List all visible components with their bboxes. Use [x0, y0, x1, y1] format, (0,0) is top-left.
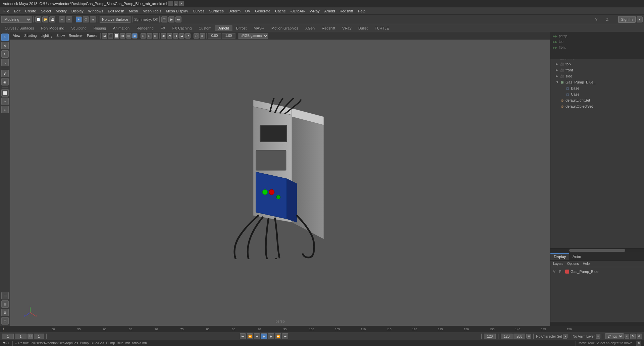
outliner-item-side[interactable]: ▶ 🎥 side — [550, 73, 644, 79]
no-live-surface-btn[interactable]: No Live Surface — [100, 16, 130, 23]
gamma-selector[interactable]: sRGB gamma — [238, 33, 268, 39]
vt-view[interactable]: View — [11, 34, 22, 38]
prev-key-btn[interactable]: ⏪ — [247, 333, 253, 339]
value2-input[interactable] — [222, 33, 235, 39]
layout-btn3[interactable]: ⊠ — [1, 309, 9, 316]
tab-redshift[interactable]: Redshift — [318, 25, 338, 31]
mode-selector[interactable]: Modeling — [1, 16, 32, 23]
paint-btn[interactable]: ◈ — [90, 16, 96, 22]
range-end-input[interactable] — [514, 334, 525, 339]
outliner-item-light-set[interactable]: ⊙ defaultLightSet — [550, 97, 644, 103]
go-start-btn[interactable]: ⏮ — [240, 333, 246, 339]
menu-modify[interactable]: Modify — [54, 8, 68, 14]
tab-rigging[interactable]: Rigging — [90, 25, 109, 31]
vt-icon16[interactable]: ◈ — [200, 33, 205, 39]
render-seq-btn[interactable]: ⏭ — [175, 16, 181, 22]
vt-icon14[interactable]: ◔ — [185, 33, 191, 39]
minimize-button[interactable]: ─ — [168, 1, 173, 6]
current-frame-input[interactable] — [15, 334, 26, 339]
menu-create[interactable]: Create — [23, 8, 38, 14]
tab-fx[interactable]: FX — [157, 25, 169, 31]
multi-cut-btn[interactable]: ✂ — [1, 98, 9, 105]
outliner-item-obj-set[interactable]: ⊙ defaultObjectSet — [550, 103, 644, 109]
tab-sculpting[interactable]: Sculpting — [68, 25, 90, 31]
sign-in-btn[interactable]: Sign In — [618, 16, 636, 23]
tab-poly-modeling[interactable]: Poly Modeling — [38, 25, 67, 31]
tab-arnold[interactable]: Arnold — [215, 25, 232, 31]
outliner-item-front[interactable]: ▶ 🎥 front — [550, 67, 644, 73]
char-dropdown[interactable]: ▼ — [563, 334, 568, 339]
tab-animation[interactable]: Animation — [110, 25, 133, 31]
options-menu[interactable]: Options — [566, 262, 580, 266]
sign-in-arrow[interactable]: ▼ — [637, 16, 643, 22]
paint-select-btn[interactable]: 🖌 — [1, 70, 9, 77]
next-key-btn[interactable]: ⏩ — [275, 333, 281, 339]
layout-btn1[interactable]: ⊞ — [1, 292, 9, 299]
checkbox-icon[interactable]: ☐ — [28, 334, 33, 339]
menu-edit-mesh[interactable]: Edit Mesh — [106, 8, 126, 14]
vt-renderer[interactable]: Renderer — [67, 34, 85, 38]
playback-start-input[interactable] — [34, 334, 44, 339]
vt-show[interactable]: Show — [55, 34, 66, 38]
tab-display[interactable]: Display — [550, 253, 569, 260]
menu-select[interactable]: Select — [39, 8, 53, 14]
close-button[interactable]: ✕ — [179, 1, 184, 6]
menu-3dto[interactable]: -3DtoAll- — [288, 8, 307, 14]
move-btn[interactable]: ✥ — [1, 42, 9, 49]
fps-selector[interactable]: 24 fps — [605, 333, 624, 339]
outliner-hscroll[interactable] — [550, 248, 644, 252]
menu-file[interactable]: File — [1, 8, 11, 14]
menu-arnold[interactable]: Arnold — [322, 8, 337, 14]
select-btn[interactable]: ↖ — [1, 34, 9, 41]
value1-input[interactable] — [208, 33, 221, 39]
range-icon[interactable]: ⊞ — [526, 334, 531, 339]
outliner-item-case[interactable]: ◻ Case — [550, 91, 644, 97]
menu-curves[interactable]: Curves — [191, 8, 207, 14]
vt-icon9[interactable]: ⊠ — [153, 33, 158, 39]
anim-extra-btn[interactable]: ⊕ — [637, 334, 642, 339]
viewport[interactable]: View Shading Lighting Show Renderer Pane… — [10, 32, 550, 326]
vt-icon8[interactable]: ⊟ — [147, 33, 152, 39]
tab-mash[interactable]: MASH — [250, 25, 268, 31]
playback-end-input[interactable] — [484, 334, 496, 339]
rotate-btn[interactable]: ↻ — [1, 50, 9, 58]
tab-bifrost[interactable]: Bifrost — [233, 25, 250, 31]
tab-xgen[interactable]: XGen — [302, 25, 318, 31]
vt-icon6[interactable]: ◉ — [132, 33, 138, 39]
menu-mesh[interactable]: Mesh — [127, 8, 140, 14]
vt-icon15[interactable]: ⬡ — [194, 33, 199, 39]
tab-anim[interactable]: Anim — [569, 253, 584, 260]
redo-btn[interactable]: ↪ — [66, 16, 72, 22]
scale-btn[interactable]: ⤡ — [1, 59, 9, 66]
menu-edit[interactable]: Edit — [12, 8, 22, 14]
new-scene-btn[interactable]: 📄 — [35, 16, 41, 22]
tab-custom[interactable]: Custom — [195, 25, 215, 31]
select-tool-btn[interactable]: ✦ — [76, 16, 82, 22]
start-frame-input[interactable] — [2, 334, 14, 339]
menu-uv[interactable]: UV — [243, 8, 252, 14]
connect-btn[interactable]: ⊕ — [1, 106, 9, 113]
vt-icon3[interactable]: ⬜ — [114, 33, 119, 39]
fps-dropdown[interactable]: ▼ — [625, 334, 629, 339]
layer-item-gas-pump[interactable]: V P Gas_Pump_Blue — [553, 269, 641, 275]
play-btn[interactable]: ▶ — [261, 333, 267, 339]
tab-turtle[interactable]: TURTLE — [371, 25, 392, 31]
undo-btn[interactable]: ↩ — [59, 16, 65, 22]
vt-icon1[interactable]: ◕ — [102, 33, 107, 39]
vt-lighting[interactable]: Lighting — [39, 34, 54, 38]
menu-mesh-tools[interactable]: Mesh Tools — [141, 8, 163, 14]
menu-help[interactable]: Help — [356, 8, 368, 14]
vt-icon10[interactable]: ◐ — [161, 33, 166, 39]
vt-icon13[interactable]: ◒ — [179, 33, 184, 39]
help-menu-layers[interactable]: Help — [581, 262, 591, 266]
menu-cache[interactable]: Cache — [273, 8, 288, 14]
outliner-item-top[interactable]: ▶ 🎥 top — [550, 61, 644, 67]
outliner-item-gas-pump-group[interactable]: ▼ ⊞ Gas_Pump_Blue_ — [550, 79, 644, 85]
lasso-btn[interactable]: ⬡ — [83, 16, 89, 22]
vt-icon2[interactable]: ⬛ — [108, 33, 113, 39]
layers-menu[interactable]: Layers — [552, 262, 565, 266]
vt-icon7[interactable]: ⊞ — [141, 33, 146, 39]
prev-frame-btn[interactable]: ◀ — [254, 333, 260, 339]
maximize-button[interactable]: □ — [174, 1, 178, 6]
menu-display[interactable]: Display — [69, 8, 86, 14]
